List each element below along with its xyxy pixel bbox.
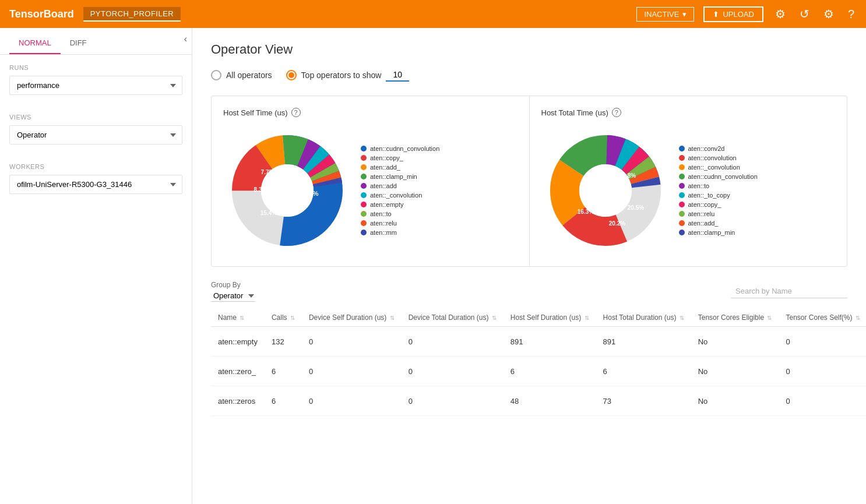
legend-item: aten::copy_ <box>361 154 439 161</box>
cell-dev-total: 0 <box>402 327 504 357</box>
top-operators-radio[interactable] <box>286 70 297 80</box>
help-icon[interactable]: ? <box>846 5 857 23</box>
runs-section: Runs performance <box>0 55 192 104</box>
table-header-row: Name ⇅ Calls ⇅ Device Self Duration (us)… <box>211 309 866 327</box>
views-section: Views Operator <box>0 104 192 154</box>
legend-item: aten::clamp_min <box>679 229 758 236</box>
upload-label: UPLOAD <box>723 10 754 19</box>
legend-item: aten::copy_ <box>679 201 758 208</box>
gear-icon[interactable]: ⚙ <box>821 5 836 23</box>
inactive-label: INACTIVE <box>644 10 679 19</box>
cell-dev-self: 0 <box>302 357 402 386</box>
col-dev-total[interactable]: Device Total Duration (us) ⇅ <box>402 309 504 327</box>
sidebar-collapse-button[interactable]: ‹ <box>184 34 187 44</box>
views-label: Views <box>9 114 182 121</box>
table-row: aten::zero_ 6 0 0 6 6 No 0 0 View CallSt… <box>211 357 866 386</box>
runs-label: Runs <box>9 64 182 71</box>
cell-host-total: 73 <box>596 386 691 416</box>
settings-icon[interactable]: ⚙ <box>773 5 788 23</box>
cell-tc-self: 0 <box>779 357 866 386</box>
legend-item: aten::add <box>361 182 439 189</box>
cell-name: aten::zero_ <box>211 357 265 386</box>
legend-item: aten::relu <box>679 210 758 217</box>
host-self-time-legend: aten::cudnn_convolution aten::copy_ aten… <box>361 145 439 236</box>
top-operators-radio-group[interactable]: Top operators to show <box>286 69 410 82</box>
views-select[interactable]: Operator <box>9 125 182 144</box>
legend-item: aten::cudnn_convolution <box>679 173 758 180</box>
group-by-select[interactable]: Operator <box>211 290 255 302</box>
col-tc-eligible[interactable]: Tensor Cores Eligible ⇅ <box>691 309 779 327</box>
cell-dev-total: 0 <box>402 386 504 416</box>
all-operators-label: All operators <box>226 71 272 80</box>
cell-host-self: 48 <box>504 386 596 416</box>
all-operators-radio[interactable] <box>211 70 221 80</box>
refresh-icon[interactable]: ↺ <box>797 5 812 23</box>
col-host-total[interactable]: Host Total Duration (us) ⇅ <box>596 309 691 327</box>
svg-text:16.3%: 16.3% <box>577 209 593 215</box>
cell-host-self: 891 <box>504 327 596 357</box>
group-by-label: Group By <box>211 281 255 289</box>
cell-tc-self: 0 <box>779 386 866 416</box>
svg-text:52.1%: 52.1% <box>300 190 318 197</box>
col-host-self[interactable]: Host Self Duration (us) ⇅ <box>504 309 596 327</box>
cell-calls: 132 <box>265 327 302 357</box>
plugin-tab[interactable]: PYTORCH_PROFILER <box>83 7 181 22</box>
upload-button[interactable]: ⬆ UPLOAD <box>703 6 763 22</box>
page-title: Operator View <box>211 42 847 57</box>
cell-tc-eligible: No <box>691 327 779 357</box>
cell-name: aten::empty <box>211 327 265 357</box>
svg-text:7.7%: 7.7% <box>261 169 274 175</box>
legend-item: aten::add_ <box>679 220 758 227</box>
workers-section: Workers ofilm-UniServer-R5300-G3_31446 <box>0 154 192 203</box>
cell-dev-total: 0 <box>402 357 504 386</box>
legend-item: aten::relu <box>361 220 439 227</box>
top-count-input[interactable] <box>386 69 409 82</box>
cell-calls: 6 <box>265 386 302 416</box>
cell-host-self: 6 <box>504 357 596 386</box>
host-total-time-info-icon[interactable]: ? <box>612 108 621 117</box>
cell-host-total: 891 <box>596 327 691 357</box>
svg-text:5.4%: 5.4% <box>582 177 596 184</box>
host-total-time-inner: 20.8% 20.5% 20.2% 16.3% 5.4% aten::conv2… <box>541 126 836 255</box>
upload-icon: ⬆ <box>713 10 719 19</box>
tab-diff[interactable]: DIFF <box>61 33 96 54</box>
cell-calls: 6 <box>265 357 302 386</box>
inactive-button[interactable]: INACTIVE ▾ <box>636 7 694 22</box>
search-input[interactable] <box>731 284 847 298</box>
cell-dev-self: 0 <box>302 327 402 357</box>
table-controls: Group By Operator <box>211 281 847 302</box>
operator-filter: All operators Top operators to show <box>211 69 847 82</box>
cell-tc-eligible: No <box>691 357 779 386</box>
col-dev-self[interactable]: Device Self Duration (us) ⇅ <box>302 309 402 327</box>
col-name[interactable]: Name ⇅ <box>211 309 265 327</box>
runs-select[interactable]: performance <box>9 76 182 95</box>
operators-table: Name ⇅ Calls ⇅ Device Self Duration (us)… <box>211 309 866 416</box>
table-row: aten::empty 132 0 0 891 891 No 0 0 View … <box>211 327 866 357</box>
legend-item: aten::convolution <box>679 154 758 161</box>
sidebar-tabs: NORMAL DIFF <box>0 33 192 55</box>
svg-text:8.3%: 8.3% <box>254 186 267 193</box>
workers-label: Workers <box>9 163 182 170</box>
tab-normal[interactable]: NORMAL <box>9 33 61 54</box>
legend-item: aten::empty <box>361 201 439 208</box>
host-total-time-svg: 20.8% 20.5% 20.2% 16.3% 5.4% <box>541 126 670 255</box>
legend-item: aten::cudnn_convolution <box>361 145 439 152</box>
cell-dev-self: 0 <box>302 386 402 416</box>
legend-item: aten::_to_copy <box>679 192 758 199</box>
cell-tc-self: 0 <box>779 327 866 357</box>
workers-select[interactable]: ofilm-UniServer-R5300-G3_31446 <box>9 175 182 194</box>
app-logo: TensorBoard <box>9 8 74 20</box>
cell-name: aten::zeros <box>211 386 265 416</box>
host-self-time-svg: 52.1% 15.4% 8.3% 7.7% <box>223 126 351 255</box>
col-calls[interactable]: Calls ⇅ <box>265 309 302 327</box>
host-self-time-info-icon[interactable]: ? <box>291 108 301 117</box>
host-total-time-title: Host Total Time (us) ? <box>541 108 836 117</box>
svg-text:20.8%: 20.8% <box>619 172 635 179</box>
col-tc-self[interactable]: Tensor Cores Self(%) ⇅ <box>779 309 866 327</box>
legend-item: aten::to <box>679 182 758 189</box>
legend-item: aten::clamp_min <box>361 173 439 180</box>
host-self-time-inner: 52.1% 15.4% 8.3% 7.7% aten::cudnn_convol… <box>223 126 518 255</box>
host-self-time-panel: Host Self Time (us) ? <box>212 96 530 266</box>
host-total-time-panel: Host Total Time (us) ? <box>530 96 847 266</box>
all-operators-radio-group[interactable]: All operators <box>211 70 272 80</box>
